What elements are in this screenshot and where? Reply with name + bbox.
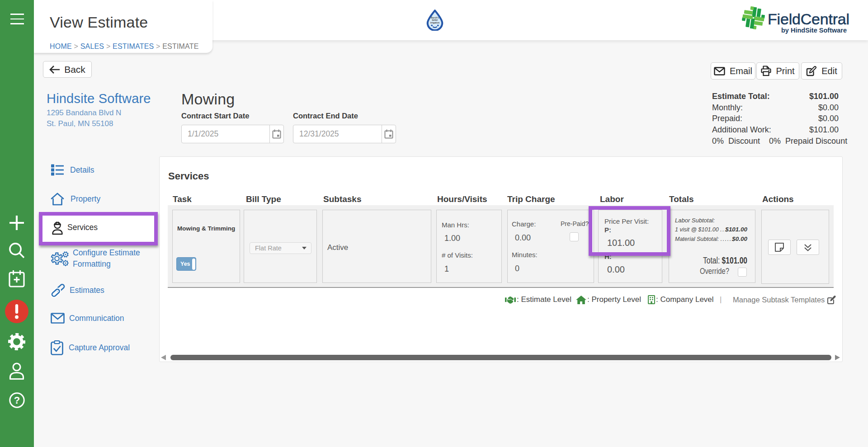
svg-text:Burch's: Burch's xyxy=(431,17,439,19)
svg-text:?: ? xyxy=(14,395,20,406)
svg-text:better: better xyxy=(432,19,438,21)
svg-text:irrigation: irrigation xyxy=(430,22,439,24)
